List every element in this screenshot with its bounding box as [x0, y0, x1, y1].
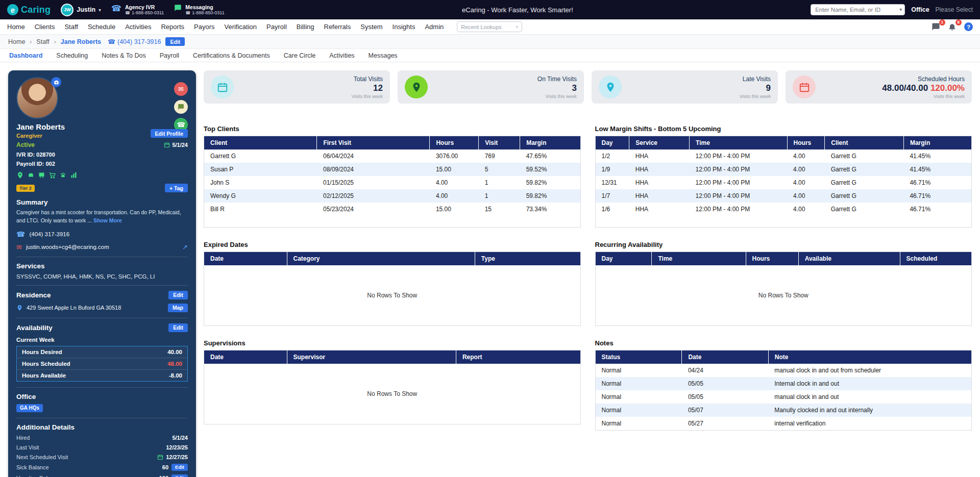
column-header[interactable]: Available — [798, 252, 900, 265]
column-header[interactable]: Time — [690, 136, 787, 149]
table-cell: Normal — [596, 364, 682, 377]
column-header[interactable]: Margin — [520, 136, 580, 149]
add-tag-button[interactable]: + Tag — [165, 184, 188, 192]
tab-dashboard[interactable]: Dashboard — [9, 52, 42, 59]
nav-item-verification[interactable]: Verification — [224, 23, 257, 31]
map-button[interactable]: Map — [168, 304, 188, 312]
nav-item-system[interactable]: System — [360, 23, 382, 31]
table-row[interactable]: Normal05/27internal verification — [596, 417, 972, 430]
show-more-link[interactable]: Show More — [93, 217, 122, 223]
table-row[interactable]: John S01/15/20254.00159.82% — [204, 176, 580, 189]
profile-email[interactable]: justin.woods+cg4@ecaring.com — [26, 244, 109, 250]
nav-item-activities[interactable]: Activities — [125, 23, 151, 31]
detail-vacation-balance: Vacation Balance 160 Edit — [16, 474, 188, 477]
nav-item-staff[interactable]: Staff — [64, 23, 78, 31]
breadcrumb-staff[interactable]: Staff — [36, 38, 49, 45]
tab-notes-to-dos[interactable]: Notes & To Dos — [102, 52, 146, 59]
nav-item-clients[interactable]: Clients — [35, 23, 55, 31]
table-cell: Wendy G — [204, 189, 317, 203]
nav-item-admin[interactable]: Admin — [425, 23, 444, 31]
phone-row: ☎ (404) 317-3916 — [16, 230, 188, 238]
table-cell: 41.45% — [903, 149, 971, 163]
office-select[interactable]: Please Select — [936, 6, 973, 13]
chat-icon[interactable]: 1 — [932, 22, 942, 32]
chevron-down-icon[interactable]: ▾ — [899, 7, 902, 12]
column-header[interactable]: Service — [629, 136, 690, 149]
external-link-icon[interactable]: ↗ — [182, 243, 188, 251]
stat-label: Late Visits — [740, 76, 771, 83]
column-header[interactable]: Status — [596, 350, 682, 364]
nav-item-billing[interactable]: Billing — [297, 23, 314, 31]
table-row[interactable]: Wendy G02/12/20254.00159.82% — [204, 189, 580, 203]
tab-certifications-documents[interactable]: Certifications & Documents — [193, 52, 270, 59]
column-header[interactable]: Client — [204, 136, 317, 149]
help-icon[interactable]: ? — [964, 22, 973, 31]
column-header[interactable]: Time — [652, 252, 746, 265]
table-row[interactable]: Susan P08/09/202415.00559.52% — [204, 163, 580, 176]
table-row[interactable]: Normal04/24manual clock in and out from … — [596, 364, 972, 377]
nav-items: Home Clients Staff Schedule Activities R… — [7, 23, 444, 31]
nav-item-schedule[interactable]: Schedule — [88, 23, 115, 31]
table-row[interactable]: 1/7HHA12:00 PM - 4:00 PM4.00Garrett G46.… — [596, 189, 972, 203]
table-row[interactable]: Normal05/05Internal clock in and out — [596, 377, 972, 390]
table-row[interactable]: 12/31HHA12:00 PM - 4:00 PM4.00Garrett G4… — [596, 176, 972, 189]
search-input[interactable] — [811, 4, 905, 15]
column-header[interactable]: Category — [287, 252, 475, 265]
tab-care-circle[interactable]: Care Circle — [284, 52, 316, 59]
brand-logo[interactable]: e Caring — [7, 4, 51, 15]
edit-button[interactable]: Edit — [165, 37, 185, 46]
column-header[interactable]: Day — [596, 136, 629, 149]
column-header[interactable]: Hours — [746, 252, 798, 265]
edit-sick-balance-button[interactable]: Edit — [172, 464, 188, 471]
column-header[interactable]: Note — [768, 350, 971, 364]
edit-availability-button[interactable]: Edit — [168, 323, 188, 332]
nav-item-reports[interactable]: Reports — [161, 23, 184, 31]
nav-item-home[interactable]: Home — [7, 23, 25, 31]
column-header[interactable]: Date — [204, 350, 287, 364]
nav-item-insights[interactable]: Insights — [393, 23, 415, 31]
tab-payroll[interactable]: Payroll — [160, 52, 179, 59]
edit-residence-button[interactable]: Edit — [168, 291, 188, 299]
nav-item-payroll[interactable]: Payroll — [266, 23, 287, 31]
table-row[interactable]: Normal05/07Manully clocked in and out in… — [596, 404, 972, 417]
tab-scheduling[interactable]: Scheduling — [56, 52, 88, 59]
column-header[interactable]: Supervisor — [287, 350, 456, 364]
recent-lookups-select[interactable]: Recent Lookups ▾ — [457, 21, 522, 32]
column-header[interactable]: Day — [596, 252, 652, 265]
table-row[interactable]: Bill R05/23/202415.001573.34% — [204, 203, 580, 216]
email-icon[interactable]: ✉ — [174, 82, 188, 96]
office-badge[interactable]: GA HQs — [16, 404, 43, 412]
table-cell: 1/6 — [596, 203, 629, 216]
tab-activities[interactable]: Activities — [329, 52, 354, 59]
bell-icon[interactable]: 8 — [948, 22, 958, 32]
column-header[interactable]: Scheduled — [900, 252, 971, 265]
calendar-icon — [157, 454, 163, 460]
summary-text: Caregiver has a mint scooter for transpo… — [16, 209, 188, 225]
edit-profile-button[interactable]: Edit Profile — [151, 129, 188, 138]
column-header[interactable]: Report — [456, 350, 580, 364]
column-header[interactable]: Type — [475, 252, 580, 265]
nav-item-payors[interactable]: Payors — [194, 23, 214, 31]
column-header[interactable]: Date — [682, 350, 768, 364]
table-row[interactable]: 1/9HHA12:00 PM - 4:00 PM4.00Garrett G41.… — [596, 163, 972, 176]
table-row[interactable]: 1/6HHA12:00 PM - 4:00 PM4.00Garrett G46.… — [596, 203, 972, 216]
column-header[interactable]: Hours — [787, 136, 825, 149]
column-header[interactable]: First Visit — [317, 136, 430, 149]
profile-phone[interactable]: (404) 317-3916 — [29, 231, 69, 237]
column-header[interactable]: Visit — [479, 136, 520, 149]
column-header[interactable]: Hours — [430, 136, 479, 149]
table-row[interactable]: Normal05/05manual clock in and out — [596, 390, 972, 404]
column-header[interactable]: Margin — [903, 136, 971, 149]
nav-item-referrals[interactable]: Referrals — [324, 23, 351, 31]
tab-messages[interactable]: Messages — [369, 52, 398, 59]
user-menu[interactable]: JW Justin ▾ — [61, 4, 101, 16]
table-row[interactable]: Garrett G06/04/20243076.0076947.65% — [204, 149, 580, 163]
column-header[interactable]: Date — [204, 252, 287, 265]
breadcrumb-current[interactable]: Jane Roberts — [61, 38, 101, 45]
sms-icon[interactable] — [174, 100, 188, 114]
column-header[interactable]: Client — [825, 136, 904, 149]
edit-vacation-balance-button[interactable]: Edit — [172, 474, 188, 477]
camera-icon[interactable] — [51, 77, 61, 87]
table-row[interactable]: 1/2HHA12:00 PM - 4:00 PM4.00Garrett G41.… — [596, 149, 972, 163]
breadcrumb-home[interactable]: Home — [8, 38, 25, 45]
